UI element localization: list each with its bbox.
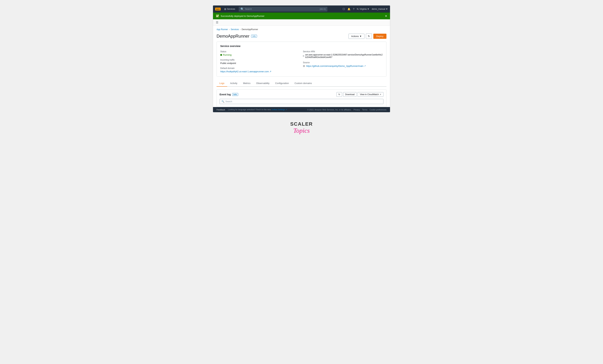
github-icon: ⊙ <box>303 65 305 67</box>
content-area: ☰ App Runner › Services › DemoAppRunner … <box>213 19 390 107</box>
aws-logo[interactable]: aws <box>215 8 221 11</box>
account-label: demo_manual <box>372 8 385 10</box>
source-link[interactable]: https://github.com/simranquirky/Demo_App… <box>306 65 366 67</box>
footer-privacy-link[interactable]: Privacy <box>354 109 360 111</box>
footer-copyright: © 2022, Amazon Web Services, Inc. or its… <box>307 109 351 111</box>
tab-configuration[interactable]: Configuration <box>272 80 291 87</box>
source-label: Source <box>303 61 383 64</box>
service-arn-value: ⎘ am:aws:apprunner:us-east-1:52862553349… <box>303 54 383 58</box>
account-chevron-icon: ▼ <box>386 8 388 10</box>
header-actions: Actions ▼ ↻ Deploy <box>348 33 386 39</box>
event-log-refresh-icon: ↻ <box>338 93 340 96</box>
actions-button[interactable]: Actions ▼ <box>348 34 364 39</box>
service-detail-right: Service ARN ⎘ am:aws:apprunner:us-east-1… <box>303 50 383 73</box>
default-domain-link[interactable]: https://hutkpdhj42.us-east-1.awsapprunne… <box>220 70 300 73</box>
region-selector[interactable]: N. Virginia ▼ <box>357 8 369 10</box>
event-log-refresh-button[interactable]: ↻ <box>336 92 342 97</box>
terminal-icon[interactable]: ☐ <box>343 8 345 11</box>
scaler-title: SCALER <box>290 121 313 127</box>
breadcrumb-sep-2: › <box>240 28 241 31</box>
actions-label: Actions <box>351 35 359 38</box>
account-selector[interactable]: demo_manual ▼ <box>372 8 388 10</box>
search-hint: [Alt+S] <box>320 8 326 10</box>
breadcrumb-current: DemoAppRunner <box>242 28 258 31</box>
service-overview-card: Service overview Status Running Incom <box>217 42 386 77</box>
aws-footer: Feedback Looking for language selection?… <box>213 107 390 112</box>
incoming-traffic-value: Public endpoint <box>220 62 300 65</box>
search-icon: 🔍 <box>241 7 244 11</box>
success-banner: ✅ Successfully deployed to DemoAppRunner… <box>213 12 390 19</box>
services-label: Services <box>227 8 235 10</box>
event-log-search[interactable]: 🔍 <box>220 99 383 104</box>
aws-logo-box: aws <box>215 8 221 11</box>
footer-cookie-link[interactable]: Cookie preferences <box>370 109 386 111</box>
status-group: Status Running <box>220 50 300 56</box>
breadcrumb-app-runner[interactable]: App Runner <box>217 28 228 31</box>
source-value: ⊙ https://github.com/simranquirky/Demo_A… <box>303 65 383 67</box>
footer-right: © 2022, Amazon Web Services, Inc. or its… <box>307 109 386 111</box>
footer-terms-link[interactable]: Terms <box>362 109 368 111</box>
default-domain-label: Default domain <box>220 67 300 69</box>
actions-chevron-icon: ▼ <box>359 35 362 38</box>
breadcrumb-services[interactable]: Services <box>231 28 239 31</box>
info-badge[interactable]: Info <box>251 35 257 38</box>
region-label: N. Virginia <box>357 8 367 10</box>
source-group: Source ⊙ https://github.com/simranquirky… <box>303 61 383 67</box>
deploy-button[interactable]: Deploy <box>373 34 386 39</box>
bell-icon[interactable]: 🔔 <box>348 8 350 11</box>
event-log-header: Event log Info ↻ Download View in CloudW… <box>220 92 383 97</box>
event-log-section: Event log Info ↻ Download View in CloudW… <box>217 89 386 107</box>
download-button[interactable]: Download <box>343 92 357 97</box>
service-overview-title: Service overview <box>220 45 383 47</box>
service-details: Status Running Incoming traffic Public e… <box>220 50 383 73</box>
event-log-search-icon: 🔍 <box>221 100 224 103</box>
footer-lang-text: Looking for language selection? Find it … <box>228 109 287 111</box>
event-log-title: Event log Info <box>220 93 238 96</box>
status-label: Status <box>220 50 300 53</box>
event-log-search-input[interactable] <box>225 100 382 103</box>
region-chevron-icon: ▼ <box>367 8 369 10</box>
external-link-icon-source: ↗ <box>364 65 366 67</box>
nav-services-button[interactable]: ⊞ Services <box>223 7 237 11</box>
tab-observability[interactable]: Observability <box>253 80 272 87</box>
incoming-traffic-group: Incoming traffic Public endpoint <box>220 59 300 65</box>
sidebar-toggle-icon[interactable]: ☰ <box>216 21 218 24</box>
scaler-topics: Topics <box>293 127 310 134</box>
status-dot-icon <box>220 54 222 56</box>
tab-metrics[interactable]: Metrics <box>240 80 253 87</box>
search-input[interactable] <box>245 8 319 10</box>
footer-feedback-link[interactable]: Feedback <box>217 109 225 111</box>
success-icon: ✅ <box>216 14 219 18</box>
service-arn-group: Service ARN ⎘ am:aws:apprunner:us-east-1… <box>303 50 383 58</box>
copy-icon[interactable]: ⎘ <box>303 55 304 57</box>
tab-activity[interactable]: Activity <box>227 80 240 87</box>
banner-message: Successfully deployed to DemoAppRunner <box>221 15 265 17</box>
footer-external-icon: ↗ <box>286 109 287 110</box>
banner-close-button[interactable]: ✕ <box>385 14 387 18</box>
page-title: DemoAppRunner Info <box>217 34 257 39</box>
scaler-branding: SCALER Topics <box>3 112 600 141</box>
cloudwatch-external-icon: ↗ <box>380 93 381 96</box>
refresh-icon: ↻ <box>368 35 370 38</box>
help-icon[interactable]: ? <box>353 8 354 11</box>
grid-icon: ⊞ <box>224 8 226 11</box>
breadcrumb: App Runner › Services › DemoAppRunner <box>213 26 390 33</box>
aws-topnav: aws ⊞ Services 🔍 [Alt+S] ☐ 🔔 ? N. Virgin… <box>213 5 390 12</box>
footer-unified-settings-link[interactable]: Unified Settings ↗ <box>271 109 287 110</box>
default-domain-group: Default domain https://hutkpdhj42.us-eas… <box>220 67 300 73</box>
event-log-info-badge[interactable]: Info <box>232 93 238 96</box>
event-log-actions: ↻ Download View in CloudWatch ↗ <box>336 92 383 97</box>
view-cloudwatch-button[interactable]: View in CloudWatch ↗ <box>358 92 383 97</box>
refresh-button[interactable]: ↻ <box>366 33 372 39</box>
service-detail-left: Status Running Incoming traffic Public e… <box>220 50 300 73</box>
incoming-traffic-label: Incoming traffic <box>220 59 300 61</box>
service-arn-label: Service ARN <box>303 50 383 53</box>
tab-logs[interactable]: Logs <box>217 80 227 87</box>
nav-right: ☐ 🔔 ? N. Virginia ▼ demo_manual ▼ <box>343 8 388 11</box>
breadcrumb-sep-1: › <box>229 28 230 31</box>
tab-custom-domains[interactable]: Custom domains <box>292 80 315 87</box>
nav-search-bar[interactable]: 🔍 [Alt+S] <box>239 7 327 11</box>
page-header: DemoAppRunner Info Actions ▼ ↻ Deploy <box>213 33 390 42</box>
status-value: Running <box>220 54 300 56</box>
tabs-bar: Logs Activity Metrics Observability Conf… <box>217 80 386 87</box>
